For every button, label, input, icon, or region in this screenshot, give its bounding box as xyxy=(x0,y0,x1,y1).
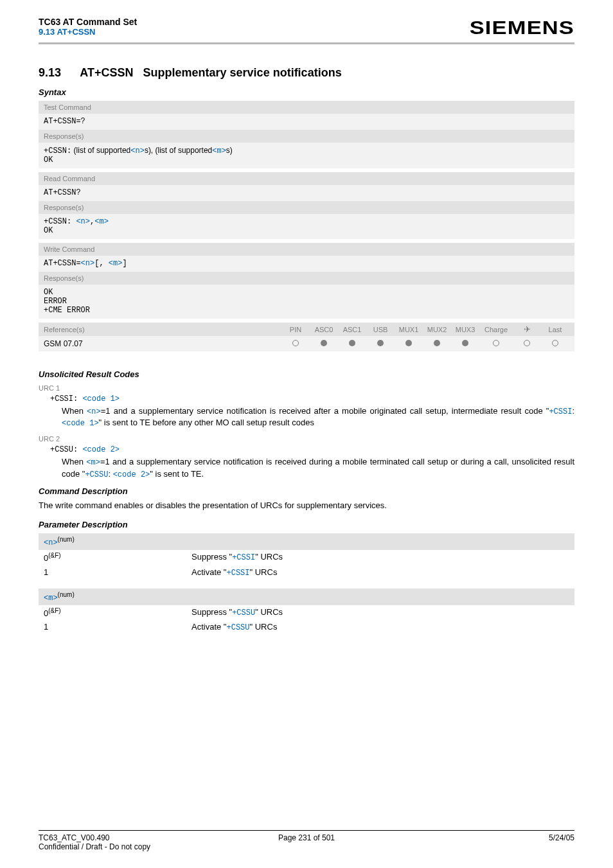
section-title-text: Supplementary service notifications xyxy=(143,66,342,79)
param-n1-key: 1 xyxy=(44,567,191,578)
ref-col-usb: USB xyxy=(366,326,395,333)
read-command-cmd: AT+CSSN? xyxy=(39,185,574,201)
read-command-block: Read Command AT+CSSN? Response(s) +CSSN:… xyxy=(39,172,574,239)
test-resp-t3: s) xyxy=(226,146,233,155)
read-response-head: Response(s) xyxy=(39,201,574,214)
param-n0-desc: Suppress "+CSSI" URCs xyxy=(191,552,569,563)
urc2-m[interactable]: <m> xyxy=(86,458,100,467)
doc-subtitle[interactable]: 9.13 AT+CSSN xyxy=(39,27,137,37)
write-response-head: Response(s) xyxy=(39,272,574,285)
brand-logo: SIEMENS xyxy=(470,17,574,39)
param-m0-desc: Suppress "+CSSU" URCs xyxy=(191,607,569,618)
urc2-d1: When xyxy=(62,457,86,466)
test-resp-n[interactable]: <n> xyxy=(130,146,145,155)
write-cmd-n[interactable]: <n> xyxy=(81,259,95,268)
param-n-head: <n>(num) xyxy=(39,533,574,550)
urc1-n[interactable]: <n> xyxy=(87,407,101,416)
urc1-d1: When xyxy=(62,406,87,416)
write-cmd-m[interactable]: <m> xyxy=(109,259,123,268)
write-command-cmd: AT+CSSN=<n>[, <m>] xyxy=(39,256,574,272)
urc2-code-link[interactable]: <code 2> xyxy=(82,445,120,454)
param-n0-cssi[interactable]: +CSSI xyxy=(232,553,255,562)
ref-dot-asc0 xyxy=(310,339,338,348)
param-m0-d2: " URCs xyxy=(255,607,283,617)
param-m0-cssu[interactable]: +CSSU xyxy=(232,608,255,617)
write-resp-cme: +CME ERROR xyxy=(44,306,90,315)
header-left: TC63 AT Command Set 9.13 AT+CSSN xyxy=(39,17,137,37)
ref-dot-pin xyxy=(281,339,310,348)
doc-title: TC63 AT Command Set xyxy=(39,17,137,27)
footer-left2: Confidential / Draft - Do not copy xyxy=(39,842,150,851)
reference-value: GSM 07.07 xyxy=(44,339,281,348)
urc2-code2[interactable]: <code 2> xyxy=(113,470,150,479)
write-cmd-br2: ] xyxy=(122,259,127,268)
write-cmd-br1: [, xyxy=(94,259,109,268)
urc1-label: URC 1 xyxy=(39,384,574,392)
urc1-code-link[interactable]: <code 1> xyxy=(82,394,120,403)
write-command-head: Write Command xyxy=(39,243,574,256)
test-resp-m[interactable]: <m> xyxy=(212,146,226,155)
read-resp-ok: OK xyxy=(44,226,53,235)
test-resp-t1: (list of supported xyxy=(71,146,130,155)
reference-head: Reference(s) xyxy=(44,326,281,333)
urc1-code: +CSSI: <code 1> xyxy=(50,394,574,403)
test-response-body: +CSSN: (list of supported<n>s), (list of… xyxy=(39,143,574,168)
airplane-icon: ✈ xyxy=(513,324,541,334)
section-cmd: AT+CSSN xyxy=(80,66,133,79)
param-n-sup: (num) xyxy=(58,536,75,543)
urc1-code1[interactable]: <code 1> xyxy=(62,419,99,428)
test-command-cmd: AT+CSSN=? xyxy=(39,114,574,130)
param-m1-cssu[interactable]: +CSSU xyxy=(226,623,249,632)
ref-col-mux2: MUX2 xyxy=(423,326,451,333)
urc-heading: Unsolicited Result Codes xyxy=(39,369,574,379)
param-m0-key: 0(&F) xyxy=(44,607,191,618)
param-n1-row: 1 Activate "+CSSI" URCs xyxy=(39,565,574,580)
urc1-prefix: +CSSI: xyxy=(50,394,82,403)
urc1-cssi[interactable]: +CSSI xyxy=(549,407,572,416)
param-n1-cssi[interactable]: +CSSI xyxy=(226,569,249,578)
test-resp-prefix: +CSSN: xyxy=(44,146,71,155)
param-m1-desc: Activate "+CSSU" URCs xyxy=(191,622,569,632)
ref-dot-usb xyxy=(366,339,395,348)
section-heading: 9.13 AT+CSSN Supplementary service notif… xyxy=(39,66,574,80)
urc2-d3: " is sent to TE. xyxy=(150,469,204,479)
ref-col-charge: Charge xyxy=(479,326,513,333)
page-footer: TC63_ATC_V00.490 Confidential / Draft - … xyxy=(39,830,574,851)
test-resp-t2: s), (list of supported xyxy=(145,146,212,155)
read-response-body: +CSSN: <n>,<m> OK xyxy=(39,214,574,239)
section-number: 9.13 xyxy=(39,66,77,80)
ref-dot-charge xyxy=(479,339,513,348)
urc2-cssu[interactable]: +CSSU xyxy=(85,470,108,479)
ref-dot-mux2 xyxy=(423,339,451,348)
write-resp-err: ERROR xyxy=(44,297,67,306)
syntax-heading: Syntax xyxy=(39,87,574,97)
urc2-colon: : xyxy=(108,469,112,479)
write-response-body: OK ERROR +CME ERROR xyxy=(39,285,574,319)
param-n0-d2: " URCs xyxy=(255,552,283,562)
write-command-block: Write Command AT+CSSN=<n>[, <m>] Respons… xyxy=(39,243,574,319)
read-resp-n[interactable]: <n> xyxy=(76,217,90,226)
param-n-link[interactable]: <n> xyxy=(44,538,58,547)
param-n1-d1: Activate " xyxy=(191,567,226,577)
urc2-desc: When <m>=1 and a supplementary service n… xyxy=(62,456,574,479)
param-m1-d2: " URCs xyxy=(250,622,278,632)
urc2-code: +CSSU: <code 2> xyxy=(50,445,574,454)
page-header: TC63 AT Command Set 9.13 AT+CSSN SIEMENS xyxy=(39,17,574,44)
urc1-d2: =1 and a supplementary service notificat… xyxy=(101,406,549,416)
param-n1-d2: " URCs xyxy=(250,567,278,577)
param-n0-d1: Suppress " xyxy=(191,552,232,562)
write-resp-ok: OK xyxy=(44,288,53,297)
ref-dot-mux3 xyxy=(451,339,479,348)
reference-body-row: GSM 07.07 xyxy=(39,336,574,351)
test-response-head: Response(s) xyxy=(39,130,574,143)
param-n1-desc: Activate "+CSSI" URCs xyxy=(191,567,569,578)
param-m-link[interactable]: <m> xyxy=(44,594,58,603)
ref-col-asc0: ASC0 xyxy=(310,326,338,333)
param-n0-row: 0(&F) Suppress "+CSSI" URCs xyxy=(39,550,574,565)
test-command-block: Test Command AT+CSSN=? Response(s) +CSSN… xyxy=(39,101,574,168)
param-n0-sup: (&F) xyxy=(48,552,60,559)
urc1-colon: : xyxy=(572,406,574,416)
read-resp-m[interactable]: <m> xyxy=(94,217,109,226)
urc2-prefix: +CSSU: xyxy=(50,445,82,454)
param-m-sup: (num) xyxy=(58,591,75,598)
